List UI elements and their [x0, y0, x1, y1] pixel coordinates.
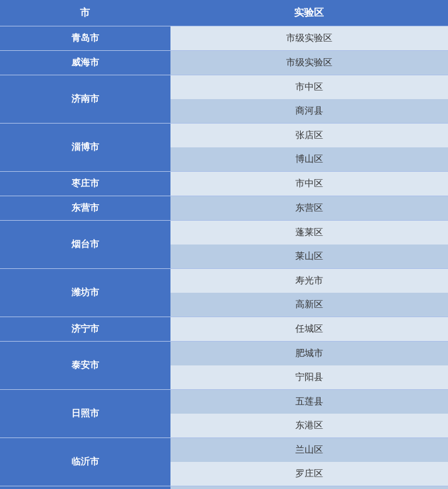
- city-cell: 青岛市: [0, 26, 170, 51]
- table-row: 德州市齐河县: [0, 486, 448, 490]
- zone-cell: 张店区: [170, 124, 448, 148]
- table-row: 济南市市中区: [0, 75, 448, 100]
- city-cell: 枣庄市: [0, 172, 170, 196]
- city-cell: 潍坊市: [0, 269, 170, 317]
- zone-cell: 东港区: [170, 414, 448, 438]
- city-cell: 临沂市: [0, 438, 170, 486]
- main-table: 市 实验区 青岛市市级实验区威海市市级实验区济南市市中区商河县淄博市张店区博山区…: [0, 0, 448, 489]
- zone-cell: 东营区: [170, 196, 448, 221]
- table-row: 淄博市张店区: [0, 124, 448, 148]
- table-row: 威海市市级实验区: [0, 51, 448, 75]
- city-cell: 东营市: [0, 196, 170, 221]
- header-city: 市: [0, 0, 170, 26]
- zone-cell: 高新区: [170, 293, 448, 317]
- zone-cell: 商河县: [170, 99, 448, 124]
- zone-cell: 市中区: [170, 172, 448, 196]
- zone-cell: 齐河县: [170, 486, 448, 490]
- table-row: 东营市东营区: [0, 196, 448, 221]
- city-cell: 泰安市: [0, 342, 170, 390]
- table-row: 烟台市蓬莱区: [0, 221, 448, 245]
- zone-cell: 宁阳县: [170, 365, 448, 390]
- table-row: 日照市五莲县: [0, 390, 448, 414]
- zone-cell: 肥城市: [170, 342, 448, 366]
- city-cell: 威海市: [0, 51, 170, 75]
- zone-cell: 任城区: [170, 317, 448, 342]
- header-zone: 实验区: [170, 0, 448, 26]
- table-row: 枣庄市市中区: [0, 172, 448, 196]
- table-row: 济宁市任城区: [0, 317, 448, 342]
- city-cell: 济南市: [0, 75, 170, 124]
- zone-cell: 市中区: [170, 75, 448, 100]
- zone-cell: 蓬莱区: [170, 221, 448, 245]
- city-cell: 烟台市: [0, 221, 170, 269]
- zone-cell: 市级实验区: [170, 51, 448, 75]
- city-cell: 淄博市: [0, 124, 170, 172]
- city-cell: 济宁市: [0, 317, 170, 342]
- zone-cell: 五莲县: [170, 390, 448, 414]
- table-row: 临沂市兰山区: [0, 438, 448, 463]
- zone-cell: 莱山区: [170, 244, 448, 269]
- zone-cell: 市级实验区: [170, 26, 448, 51]
- city-cell: 日照市: [0, 390, 170, 438]
- city-cell: 德州市: [0, 486, 170, 490]
- zone-cell: 罗庄区: [170, 462, 448, 486]
- table-row: 青岛市市级实验区: [0, 26, 448, 51]
- table-row: 潍坊市寿光市: [0, 269, 448, 293]
- table-row: 泰安市肥城市: [0, 342, 448, 366]
- zone-cell: 兰山区: [170, 438, 448, 463]
- zone-cell: 寿光市: [170, 269, 448, 293]
- zone-cell: 博山区: [170, 147, 448, 172]
